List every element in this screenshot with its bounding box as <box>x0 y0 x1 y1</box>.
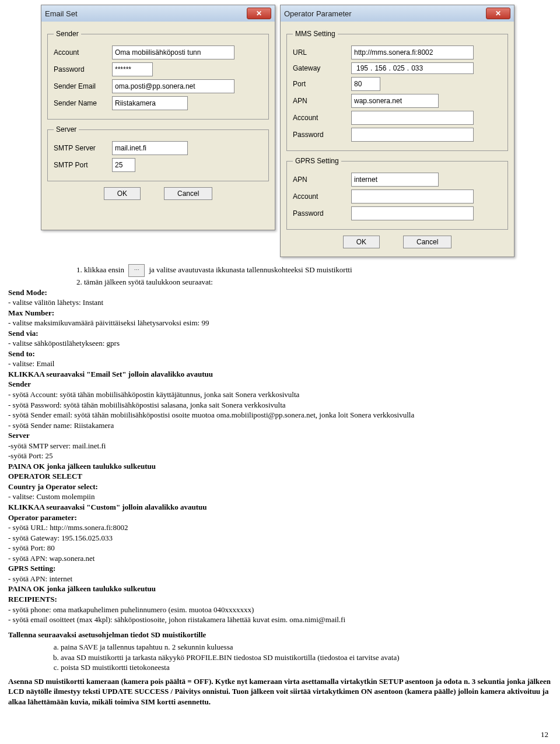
smtp-input[interactable] <box>112 141 188 155</box>
gateway-input[interactable]: 195. 156. 025. 033 <box>351 62 474 74</box>
mms-password-label: Password <box>293 131 351 139</box>
url-input[interactable] <box>351 45 474 59</box>
mms-fieldset: MMS Setting URL Gateway 195. 156. 025. 0… <box>286 30 508 151</box>
smtp-port-label: SMTP Port <box>54 161 112 169</box>
close-icon[interactable]: ✕ <box>247 8 271 19</box>
gprs-apn-input[interactable] <box>351 173 439 187</box>
mms-port-label: Port <box>293 80 351 88</box>
sender-name-input[interactable] <box>112 96 188 110</box>
mms-account-label: Account <box>293 114 351 122</box>
mms-apn-label: APN <box>293 97 351 105</box>
email-set-dialog: Email Set ✕ Sender Account Password Send… <box>41 5 275 230</box>
password-input[interactable] <box>112 62 153 76</box>
email-set-title: Email Set <box>45 9 78 18</box>
operator-parameter-title: Operator Parameter <box>284 9 352 18</box>
email-set-titlebar: Email Set ✕ <box>41 5 275 22</box>
cancel-button[interactable]: Cancel <box>403 236 452 248</box>
password-label: Password <box>54 65 112 73</box>
account-input[interactable] <box>112 45 235 59</box>
server-legend: Server <box>54 125 79 134</box>
gprs-account-input[interactable] <box>351 189 474 203</box>
gprs-apn-label: APN <box>293 176 351 184</box>
mms-port-input[interactable] <box>351 77 380 91</box>
operator-parameter-dialog: Operator Parameter ✕ MMS Setting URL Gat… <box>280 5 514 257</box>
instructions: klikkaa ensin … ja valitse avautuvasta i… <box>0 257 560 718</box>
mms-account-input[interactable] <box>351 111 474 125</box>
gprs-password-input[interactable] <box>351 206 474 220</box>
ok-button[interactable]: OK <box>104 187 141 200</box>
gprs-fieldset: GPRS Setting APN Account Password <box>286 157 508 230</box>
smtp-port-input[interactable] <box>112 158 135 172</box>
sender-email-label: Sender Email <box>54 82 112 90</box>
smtp-label: SMTP Server <box>54 144 112 152</box>
sender-email-input[interactable] <box>112 79 235 93</box>
sender-name-label: Sender Name <box>54 99 112 107</box>
sender-legend: Sender <box>54 30 81 38</box>
server-fieldset: Server SMTP Server SMTP Port <box>47 125 269 181</box>
step-2: tämän jälkeen syötä taulukkoon seuraavat… <box>84 277 552 287</box>
account-label: Account <box>54 48 112 57</box>
mms-legend: MMS Setting <box>293 30 338 38</box>
browse-icon: … <box>128 264 145 277</box>
gprs-password-label: Password <box>293 209 351 217</box>
gateway-label: Gateway <box>293 64 351 72</box>
ok-button[interactable]: OK <box>343 236 380 248</box>
step-1: klikkaa ensin … ja valitse avautuvasta i… <box>84 264 552 277</box>
close-icon[interactable]: ✕ <box>486 8 510 19</box>
mms-apn-input[interactable] <box>351 94 439 108</box>
gprs-legend: GPRS Setting <box>293 157 341 165</box>
sender-fieldset: Sender Account Password Sender Email Sen… <box>47 30 269 120</box>
cancel-button[interactable]: Cancel <box>164 187 212 200</box>
url-label: URL <box>293 48 351 57</box>
mms-password-input[interactable] <box>351 128 474 142</box>
gprs-account-label: Account <box>293 192 351 201</box>
operator-parameter-titlebar: Operator Parameter ✕ <box>281 5 514 22</box>
